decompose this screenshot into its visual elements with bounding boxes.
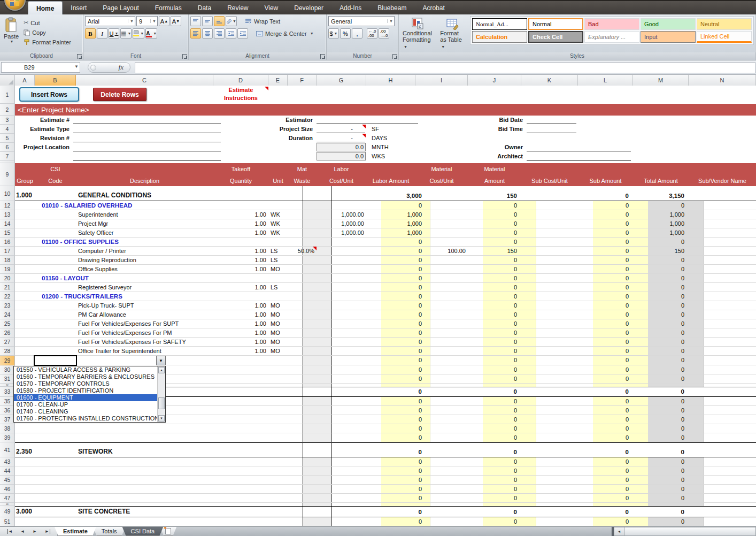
insert-rows-button[interactable]: Insert Rows [19, 87, 79, 102]
dropdown-scroll-thumb[interactable] [158, 397, 165, 409]
ribbon-tab-add-ins[interactable]: Add-Ins [331, 1, 369, 16]
column-header-E[interactable]: E [268, 75, 288, 86]
style-check-cell[interactable]: Check Cell [528, 31, 583, 43]
ribbon-tab-formulas[interactable]: Formulas [147, 1, 190, 16]
sheet-tab-totals[interactable]: Totals [93, 527, 126, 536]
row-header-20[interactable]: 20 [0, 274, 15, 283]
field-underline[interactable] [527, 151, 631, 151]
sheet-tab-estimate[interactable]: Estimate [55, 527, 96, 536]
scroll-left-button[interactable]: ◄ [614, 527, 624, 536]
row-header-16[interactable]: 16 [0, 238, 15, 247]
align-bottom-button[interactable] [214, 16, 225, 26]
field-underline[interactable] [73, 124, 221, 124]
borders-button[interactable]: ▦▼ [120, 28, 132, 39]
style-normal[interactable]: Normal [528, 18, 583, 30]
row-header-49[interactable]: 49 [0, 506, 15, 517]
row-header-24[interactable]: 24 [0, 310, 15, 319]
dropdown-item-01550[interactable]: 01550 - VEHICULAR ACCESS & PARKING [14, 366, 165, 373]
style-explanatory-[interactable]: Explanatory ... [584, 31, 639, 43]
increase-decimal-button[interactable]: ←.0.00 [367, 28, 377, 39]
grow-font-button[interactable]: A▲ [159, 16, 169, 26]
dropdown-item-01740[interactable]: 01740 - CLEANING [14, 408, 165, 415]
name-box-arrow-icon[interactable]: ▼ [74, 64, 79, 69]
column-header-M[interactable]: M [633, 75, 689, 86]
column-header-B[interactable]: B [35, 75, 76, 86]
column-header-C[interactable]: C [76, 75, 213, 86]
decrease-decimal-button[interactable]: .00→.0 [379, 28, 389, 39]
ribbon-tab-acrobat[interactable]: Acrobat [414, 1, 452, 16]
row-header-41[interactable]: 41 [0, 442, 15, 457]
field-underline[interactable] [73, 151, 221, 151]
row-header-17[interactable]: 17 [0, 247, 15, 256]
row-header-37[interactable]: 37 [0, 415, 15, 424]
alignment-dialog-launcher[interactable] [320, 54, 325, 59]
select-all-corner[interactable] [0, 75, 15, 86]
sheet-tab-csi-data[interactable]: CSI Data [122, 527, 164, 536]
row-header-47[interactable]: 47 [0, 494, 15, 503]
field-underline[interactable] [317, 142, 365, 142]
last-sheet-button[interactable]: ► [45, 529, 50, 534]
cell-dropdown-button[interactable]: ▼ [156, 356, 166, 365]
column-header-L[interactable]: L [578, 75, 633, 86]
dropdown-item-01600[interactable]: 01600 - EQUIPMENT [14, 394, 165, 401]
style-bad[interactable]: Bad [584, 18, 639, 30]
format-painter-button[interactable]: Format Painter [21, 38, 74, 47]
paste-button[interactable]: Paste ▼ [2, 16, 21, 47]
name-box[interactable]: B29▼ [1, 62, 80, 73]
ribbon-tab-home[interactable]: Home [28, 1, 63, 16]
field-underline[interactable] [527, 124, 576, 124]
selected-cell-B29[interactable] [34, 355, 77, 366]
column-header-F[interactable]: F [288, 75, 317, 86]
row-header-44[interactable]: 44 [0, 466, 15, 476]
decrease-indent-button[interactable] [226, 28, 236, 39]
dropdown-item-01760[interactable]: 01760 - PROTECTING INSTALLED CONSTRUCTIO… [14, 415, 165, 422]
column-header-A[interactable]: A [15, 75, 35, 86]
row-header-38[interactable]: 38 [0, 424, 15, 433]
ribbon-tab-developer[interactable]: Developer [286, 1, 331, 16]
column-header-N[interactable]: N [689, 75, 756, 86]
font-name-combo[interactable]: Arial▼ [85, 16, 135, 26]
row-header-3[interactable]: 3 [0, 116, 15, 125]
dropdown-item-01580[interactable]: 01580 - PROJECT IDENTIFICATION [14, 387, 165, 394]
underline-button[interactable]: U▼ [109, 28, 119, 39]
field-underline[interactable] [527, 133, 576, 133]
ribbon-tab-view[interactable]: View [256, 1, 286, 16]
row-header-7[interactable]: 7 [0, 152, 15, 161]
row-header-30[interactable]: 30 [0, 365, 15, 374]
style-good[interactable]: Good [641, 18, 696, 30]
row-header-43[interactable]: 43 [0, 457, 15, 466]
field-value[interactable]: - [317, 135, 353, 141]
field-underline[interactable] [73, 133, 221, 133]
row-header-39[interactable]: 39 [0, 433, 15, 442]
duration-value-box[interactable]: 0.0 [317, 152, 366, 160]
clipboard-dialog-launcher[interactable] [77, 54, 82, 59]
formula-input[interactable] [135, 62, 755, 73]
ribbon-tab-data[interactable]: Data [190, 1, 219, 16]
merge-center-button[interactable]: ↔ Merge & Center▼ [253, 29, 317, 38]
row-header-35[interactable]: 35 [0, 397, 15, 406]
number-dialog-launcher[interactable] [392, 54, 397, 59]
row-header-51[interactable]: 51 [0, 517, 15, 526]
paste-dropdown-arrow[interactable]: ▼ [10, 40, 14, 43]
column-header-I[interactable]: I [415, 75, 468, 86]
dropdown-item-01560[interactable]: 01560 - TEMPORARY BARRIERS & ENCLOSURES [14, 373, 165, 380]
align-center-button[interactable] [202, 28, 213, 39]
row-header-2[interactable]: 2 [0, 104, 15, 116]
conditional-formatting-button[interactable]: ≤ ConditionalFormatting ▼ [400, 16, 435, 50]
duration-value-box[interactable]: 0.0 [317, 143, 366, 151]
row-header-5[interactable]: 5 [0, 134, 15, 143]
row-header-26[interactable]: 26 [0, 328, 15, 338]
delete-rows-button[interactable]: Delete Rows [93, 88, 146, 101]
dropdown-item-01570[interactable]: 01570 - TEMPORARY CONTROLS [14, 380, 165, 387]
column-header-H[interactable]: H [366, 75, 415, 86]
prev-sheet-button[interactable]: ◄ [20, 529, 25, 534]
column-header-J[interactable]: J [468, 75, 521, 86]
scroll-down-icon[interactable]: ▼ [158, 415, 165, 422]
row-header-27[interactable]: 27 [0, 338, 15, 347]
style-input[interactable]: Input [641, 31, 696, 43]
italic-button[interactable]: I [97, 28, 107, 39]
number-format-combo[interactable]: General▼ [328, 16, 395, 26]
dropdown-item-01700[interactable]: 01700 - CLEAN-UP [14, 401, 165, 408]
style-calculation[interactable]: Calculation [472, 31, 527, 43]
row-header-4[interactable]: 4 [0, 125, 15, 134]
